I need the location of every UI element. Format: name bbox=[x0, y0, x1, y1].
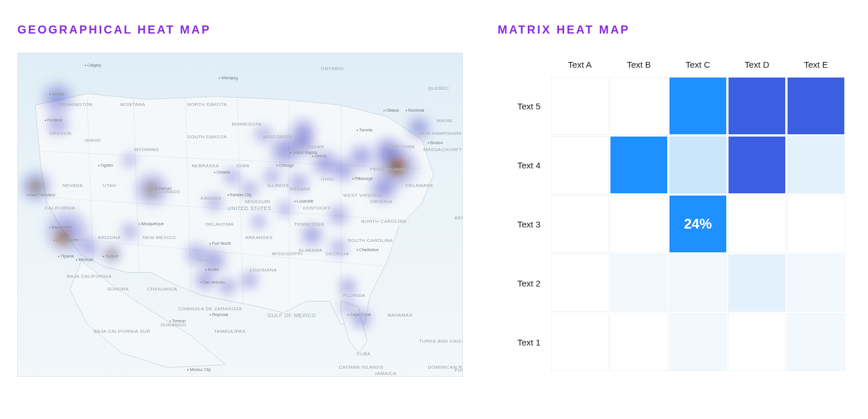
matrix-cell bbox=[669, 136, 727, 194]
matrix-cell bbox=[787, 77, 845, 135]
map-region-label: NORTH CAROLINA bbox=[361, 219, 406, 224]
matrix-cell bbox=[669, 77, 727, 135]
matrix-cell bbox=[728, 136, 786, 194]
matrix-heatmap-panel: MATRIX HEAT MAP Text AText BText CText D… bbox=[498, 23, 851, 396]
map-region-label: FLORIDA bbox=[343, 293, 365, 298]
map-city-label: Reynosa bbox=[209, 313, 228, 317]
map-region-label: TENNESSEE bbox=[294, 222, 325, 227]
map-city-label: Seattle bbox=[49, 92, 64, 96]
map-region-label: OREGON bbox=[49, 131, 72, 136]
matrix-cell bbox=[551, 136, 609, 194]
map-region-label: Bahamas bbox=[388, 313, 413, 318]
map-city-label: Albuquerque bbox=[138, 222, 164, 226]
map-city-label: Toronto bbox=[356, 128, 373, 132]
map-city-label: Fort Worth bbox=[209, 241, 231, 245]
map-city-label: San Antonio bbox=[201, 280, 225, 284]
map-region-label: ARKANSAS bbox=[245, 235, 273, 240]
map-region-label: SOUTH CAROLINA bbox=[348, 238, 393, 243]
matrix-row-header: Text 5 bbox=[498, 77, 550, 135]
map-region-label: NEW HAMPSHIRE bbox=[419, 131, 462, 136]
map-region-label: BAJA CALIFORNIA SUR bbox=[94, 329, 150, 334]
matrix-cell bbox=[728, 195, 786, 253]
map-region-label: BAJA CALIFORNIA bbox=[67, 274, 112, 279]
map-region-label: OHIO bbox=[321, 177, 334, 182]
map-region-label: Turks and Caicos Islands bbox=[419, 339, 463, 344]
geo-heatmap: ONTARIOCalgaryWinnipegWASHINGTONSeattleO… bbox=[17, 53, 463, 377]
map-region-label: MONTANA bbox=[120, 102, 145, 107]
matrix-cell bbox=[551, 77, 609, 135]
map-city-label: Ogden bbox=[98, 163, 113, 167]
map-city-label: Ottawa bbox=[383, 108, 399, 112]
map-region-label: NEVADA bbox=[62, 183, 83, 188]
map-region-label: MISSISSIPPI bbox=[272, 251, 303, 256]
map-region-label: KANSAS bbox=[201, 196, 221, 201]
map-city-label: Charleston bbox=[356, 248, 378, 252]
map-region-label: OKLAHOMA bbox=[205, 222, 233, 227]
matrix-col-header: Text C bbox=[669, 53, 727, 76]
map-region-label: NEW MEXICO bbox=[143, 235, 176, 240]
matrix-cell bbox=[551, 254, 609, 312]
matrix-cell bbox=[728, 254, 786, 312]
map-region-label: QUEBEC bbox=[428, 86, 449, 91]
map-city-label: Chicago bbox=[277, 163, 294, 167]
geo-heatmap-panel: GEOGRAPHICAL HEAT MAP bbox=[17, 23, 463, 396]
map-region-label: TEXAS bbox=[196, 258, 213, 263]
map-region-label: ARIZONA bbox=[98, 235, 121, 240]
map-region-label: IOWA bbox=[236, 163, 249, 168]
matrix-cell: 24% bbox=[669, 195, 727, 253]
map-region-label: MISSOURI bbox=[245, 199, 271, 204]
map-city-label: Omaha bbox=[214, 170, 230, 174]
map-city-label: Mexico City bbox=[187, 367, 211, 372]
map-city-label: Denver bbox=[156, 186, 172, 190]
map-region-label: ILLINOIS bbox=[267, 183, 289, 188]
matrix-cell bbox=[551, 195, 609, 253]
map-region-label: LOUISIANA bbox=[249, 267, 277, 273]
map-region-label: WASHINGTON bbox=[58, 102, 93, 107]
map-region-label: MAINE bbox=[437, 118, 453, 123]
matrix-cell bbox=[787, 313, 845, 371]
matrix-cell bbox=[787, 254, 845, 312]
matrix-cell bbox=[787, 195, 845, 253]
map-region-label: INDIANA bbox=[290, 186, 311, 192]
map-city-label: Cape Coral bbox=[348, 313, 371, 317]
matrix-cell bbox=[551, 313, 609, 371]
map-region-label: Gulf of Mexico bbox=[267, 313, 316, 318]
map-region-label: MICHIGAN bbox=[299, 144, 324, 149]
map-region-label: MASSACHUSETTS bbox=[424, 147, 463, 152]
matrix-cell bbox=[610, 136, 668, 194]
map-city-label: Portland bbox=[45, 118, 62, 122]
matrix-cell bbox=[610, 313, 668, 371]
matrix-cell bbox=[610, 254, 668, 312]
map-region-label: Jamaica bbox=[374, 371, 396, 376]
map-region-label: WISCONSIN bbox=[263, 134, 293, 139]
map-region-label: SOUTH DAKOTA bbox=[187, 134, 227, 139]
matrix-col-header: Text D bbox=[728, 53, 786, 76]
matrix-cell bbox=[669, 313, 727, 371]
matrix-heatmap: Text AText BText CText DText EText 5Text… bbox=[498, 53, 851, 371]
map-region-label: COAHUILA DE ZARAGOZA bbox=[178, 306, 242, 311]
matrix-corner bbox=[498, 53, 550, 76]
map-city-label: Bakersfield bbox=[49, 225, 72, 229]
map-city-label: Mexicali bbox=[76, 258, 93, 262]
map-region-label: United States bbox=[227, 205, 271, 211]
map-region-label: VIRGINIA bbox=[370, 199, 392, 204]
map-region-label: ONTARIO bbox=[321, 66, 344, 71]
map-city-label: Torreon bbox=[170, 319, 186, 323]
map-region-label: PENNSYLVANIA bbox=[370, 167, 408, 172]
map-city-label: Boston bbox=[428, 141, 443, 145]
matrix-row-header: Text 1 bbox=[498, 313, 550, 371]
map-region-label: TAMAULIPAS bbox=[214, 329, 246, 334]
geo-title: GEOGRAPHICAL HEAT MAP bbox=[17, 23, 463, 36]
map-city-label: Louisville bbox=[294, 199, 313, 203]
map-city-label: Tucson bbox=[102, 254, 118, 258]
map-city-label: Los Angeles bbox=[54, 238, 79, 242]
matrix-col-header: Text E bbox=[787, 53, 845, 76]
map-region-label: MINNESOTA bbox=[232, 122, 262, 127]
map-region-label: KENTUCKY bbox=[303, 205, 331, 211]
matrix-cell bbox=[728, 313, 786, 371]
map-region-label: CHIHUAHUA bbox=[147, 286, 177, 292]
matrix-cell bbox=[728, 77, 786, 135]
matrix-row-header: Text 4 bbox=[498, 136, 550, 194]
matrix-cell bbox=[669, 254, 727, 312]
map-region-label: SONORA bbox=[107, 286, 129, 292]
